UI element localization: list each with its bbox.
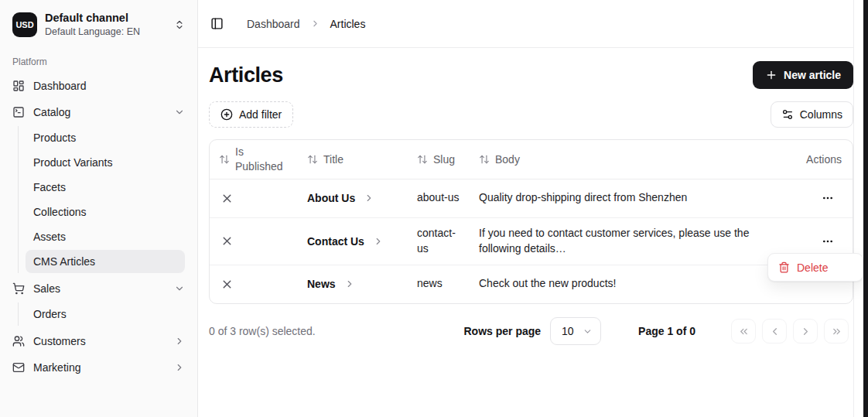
sidebar-item-cms-articles[interactable]: CMS Articles xyxy=(26,250,185,273)
sidebar-item-customers[interactable]: Customers xyxy=(12,329,185,354)
next-page-button[interactable] xyxy=(793,319,818,344)
breadcrumb-dashboard[interactable]: Dashboard xyxy=(247,18,300,30)
sidebar-item-label: Assets xyxy=(33,231,66,243)
trash-icon xyxy=(778,261,790,273)
chevron-down-icon xyxy=(174,107,185,118)
sidebar-item-label: Products xyxy=(33,132,76,144)
articles-table: Is Published Title xyxy=(209,139,853,304)
column-header-label: Title xyxy=(323,153,343,166)
channel-currency-badge: USD xyxy=(12,12,37,37)
chevron-down-icon xyxy=(583,326,593,337)
sidebar-item-collections[interactable]: Collections xyxy=(26,200,185,224)
article-title: News xyxy=(307,278,336,290)
article-title-link[interactable]: About Us xyxy=(307,192,398,204)
last-page-button[interactable] xyxy=(824,319,849,344)
sidebar-item-sales[interactable]: Sales xyxy=(12,276,185,301)
chevrons-right-icon xyxy=(831,326,842,337)
more-horizontal-icon xyxy=(822,192,834,204)
selection-count-text: 0 of 3 row(s) selected. xyxy=(209,325,316,337)
sidebar-item-label: Marketing xyxy=(33,361,80,374)
arrow-up-down-icon xyxy=(307,154,318,165)
chevron-left-icon xyxy=(769,326,781,337)
main-content-card: Dashboard Articles Articles New article xyxy=(198,0,854,417)
sidebar-nav: Dashboard Catalog Products Product Varia… xyxy=(12,73,185,380)
new-article-button[interactable]: New article xyxy=(753,61,853,89)
table-row: About Us about-us Quality drop-shipping … xyxy=(210,179,853,217)
column-header-label: Body xyxy=(495,153,520,166)
sidebar-item-product-variants[interactable]: Product Variants xyxy=(26,151,185,174)
sidebar-item-dashboard[interactable]: Dashboard xyxy=(12,73,185,98)
columns-label: Columns xyxy=(800,108,842,121)
chevron-right-icon xyxy=(373,236,384,247)
chevrons-up-down-icon xyxy=(174,19,185,30)
breadcrumb-articles: Articles xyxy=(330,18,366,30)
arrow-up-down-icon xyxy=(417,154,428,165)
page-title: Articles xyxy=(209,63,283,87)
row-actions-menu-button[interactable] xyxy=(818,189,837,207)
rows-per-page-value: 10 xyxy=(562,325,574,337)
column-header-label: Is Published xyxy=(235,145,283,174)
sidebar-item-catalog[interactable]: Catalog xyxy=(12,100,185,125)
new-article-label: New article xyxy=(784,69,841,81)
app-window: USD Default channel Default Language: EN… xyxy=(0,0,868,417)
chevron-right-icon xyxy=(174,362,185,373)
article-title: Contact Us xyxy=(307,235,364,248)
sidebar-item-label: Dashboard xyxy=(33,80,87,92)
sidebar-item-label: Facets xyxy=(33,181,66,193)
add-filter-label: Add filter xyxy=(239,108,282,121)
sidebar-item-facets[interactable]: Facets xyxy=(26,176,185,199)
more-horizontal-icon xyxy=(822,235,834,248)
x-icon xyxy=(220,278,289,291)
article-title: About Us xyxy=(307,192,355,204)
article-body: Check out the new products! xyxy=(470,265,788,303)
article-slug: news xyxy=(408,265,470,303)
sidebar-item-label: CMS Articles xyxy=(33,255,95,268)
previous-page-button[interactable] xyxy=(762,319,787,344)
x-icon xyxy=(220,192,289,205)
add-filter-button[interactable]: Add filter xyxy=(209,101,293,128)
sort-header-slug[interactable]: Slug xyxy=(417,153,460,166)
settings-sliders-icon xyxy=(781,108,794,121)
first-page-button[interactable] xyxy=(731,319,756,344)
row-actions-menu-button[interactable] xyxy=(818,232,837,251)
chevron-right-icon xyxy=(800,326,812,337)
chevron-right-icon xyxy=(310,19,320,29)
channel-language: Default Language: EN xyxy=(45,26,140,38)
x-icon xyxy=(220,234,289,248)
catalog-subnav: Products Product Variants Facets Collect… xyxy=(18,126,185,273)
vertical-scrollbar[interactable] xyxy=(863,0,868,417)
sort-header-title[interactable]: Title xyxy=(307,153,398,166)
sidebar-item-products[interactable]: Products xyxy=(26,126,185,149)
main-area: Dashboard Articles Articles New article xyxy=(198,0,868,417)
channel-name: Default channel xyxy=(45,11,140,26)
panel-left-toggle-icon[interactable] xyxy=(210,17,224,30)
chevron-right-icon xyxy=(344,279,355,289)
sidebar-item-label: Orders xyxy=(33,308,67,320)
topbar: Dashboard Articles xyxy=(198,0,853,48)
rows-per-page-select[interactable]: 10 xyxy=(550,317,601,345)
shopping-cart-icon xyxy=(12,282,26,295)
page-info-text: Page 1 of 0 xyxy=(638,325,695,337)
row-context-menu-delete[interactable]: Delete xyxy=(767,253,863,282)
sidebar: USD Default channel Default Language: EN… xyxy=(0,0,198,417)
arrow-up-down-icon xyxy=(219,154,230,165)
square-terminal-icon xyxy=(12,106,26,118)
article-title-link[interactable]: News xyxy=(307,278,398,290)
is-published-cell xyxy=(210,179,298,217)
sort-header-body[interactable]: Body xyxy=(479,153,778,166)
plus-icon xyxy=(765,69,777,81)
sidebar-item-label: Sales xyxy=(33,282,60,295)
sidebar-item-orders[interactable]: Orders xyxy=(26,302,185,326)
chevron-down-icon xyxy=(174,283,185,294)
article-title-link[interactable]: Contact Us xyxy=(307,235,398,248)
article-body: Quality drop-shipping direct from Shenzh… xyxy=(470,179,788,217)
sort-header-is-published[interactable]: Is Published xyxy=(219,145,289,174)
circle-plus-icon xyxy=(220,108,233,121)
is-published-cell xyxy=(210,265,298,303)
channel-switcher[interactable]: USD Default channel Default Language: EN xyxy=(12,6,185,46)
sidebar-item-marketing[interactable]: Marketing xyxy=(12,355,185,380)
columns-button[interactable]: Columns xyxy=(771,101,853,128)
sidebar-item-assets[interactable]: Assets xyxy=(26,225,185,248)
table-row: News news Check out the new products! xyxy=(210,265,853,303)
layout-dashboard-icon xyxy=(12,80,26,92)
